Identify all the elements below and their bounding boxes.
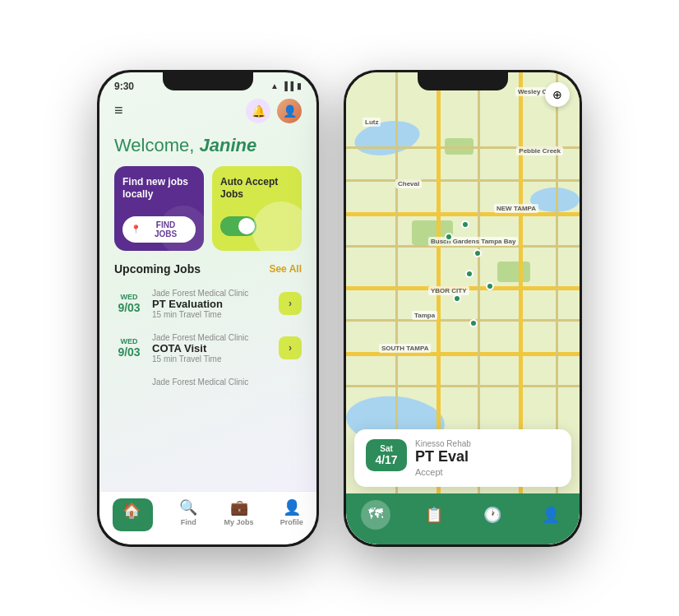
rnav-map[interactable]: 🗺: [361, 500, 390, 530]
map-card-accept[interactable]: Accept: [415, 467, 560, 477]
job-arrow-2[interactable]: ›: [279, 336, 302, 359]
find-icon: 🔍: [179, 498, 197, 516]
job-info-1: Jade Forest Medical Clinic PT Evaluation…: [152, 289, 270, 319]
label-newtampa: NEW TAMPA: [494, 204, 538, 213]
auto-accept-card[interactable]: Auto Accept Jobs: [212, 166, 302, 251]
map-pin-5: [453, 294, 461, 303]
find-jobs-title: Find new jobs locally: [122, 176, 196, 201]
myjobs-label: My Jobs: [224, 518, 254, 526]
rnav-map-icon: 🗺: [368, 506, 383, 523]
label-ybor: YBOR CITY: [428, 286, 469, 295]
card-decor: [159, 206, 204, 251]
card-auto-decor: [252, 201, 302, 251]
label-south-tampa: SOUTH TAMPA: [379, 344, 431, 353]
auto-accept-toggle[interactable]: [220, 216, 256, 236]
label-pebble: Pebble Creek: [516, 146, 563, 155]
wifi-icon: ▲: [270, 81, 279, 90]
job-num-1: 9/03: [114, 301, 144, 314]
rnav-history[interactable]: 🕐: [478, 500, 507, 530]
label-lutz: Lutz: [363, 118, 381, 127]
avatar-group: 🔔 👤: [246, 99, 302, 123]
job-info-3: Jade Forest Medical Clinic: [152, 377, 302, 387]
welcome-greeting: Welcome,: [114, 135, 200, 155]
map-pin-3: [473, 249, 482, 257]
green-2: [497, 262, 530, 282]
rnav-list[interactable]: 📋: [419, 500, 449, 530]
job-date-2: WED 9/03: [114, 337, 144, 359]
map-pin-4: [465, 270, 473, 278]
road-h5: [346, 385, 580, 387]
job-arrow-1[interactable]: ›: [279, 292, 302, 315]
map-card-job: PT Eval: [415, 448, 560, 465]
cards-row: Find new jobs locally 📍 FIND JOBS Auto A…: [99, 166, 316, 262]
job-name-1: PT Evaluation: [152, 298, 270, 310]
job-clinic-2: Jade Forest Medical Clinic: [152, 333, 270, 342]
map-card-date: Sat 4/17: [366, 439, 407, 471]
myjobs-icon: 💼: [230, 498, 248, 516]
location-button[interactable]: ⊕: [545, 82, 570, 107]
auto-accept-title: Auto Accept Jobs: [220, 176, 293, 201]
map-card-clinic: Kinesso Rehab: [415, 439, 560, 448]
label-tampa: Tampa: [412, 311, 437, 320]
map-card-num: 4/17: [372, 453, 400, 466]
nav-profile[interactable]: 👤 Profile: [280, 498, 303, 531]
see-all-link[interactable]: See All: [269, 263, 302, 275]
job-travel-1: 15 min Travel Time: [152, 310, 270, 319]
notification-avatar[interactable]: 🔔: [246, 99, 270, 123]
map-area: Wesley C... Lutz Pebble Creek Cheval NEW…: [346, 72, 580, 544]
battery-icon: ▮: [297, 81, 302, 90]
right-bottom-nav: 🗺 📋 🕐 👤: [346, 493, 580, 544]
job-item-3[interactable]: Jade Forest Medical Clinic: [99, 371, 316, 394]
nav-myjobs[interactable]: 💼 My Jobs: [224, 498, 254, 531]
job-clinic-3: Jade Forest Medical Clinic: [152, 377, 302, 387]
job-day-1: WED: [114, 293, 144, 301]
map-pin-central: [469, 319, 478, 327]
job-item-1[interactable]: WED 9/03 Jade Forest Medical Clinic PT E…: [99, 282, 316, 327]
job-info-2: Jade Forest Medical Clinic COTA Visit 15…: [152, 333, 270, 364]
status-time: 9:30: [114, 81, 134, 92]
location-icon: 📍: [131, 225, 141, 234]
road-h4: [346, 319, 580, 322]
job-num-2: 9/03: [114, 345, 144, 359]
upcoming-header: Upcoming Jobs See All: [99, 262, 316, 282]
rnav-profile[interactable]: 👤: [536, 500, 566, 530]
find-jobs-card[interactable]: Find new jobs locally 📍 FIND JOBS: [114, 166, 204, 251]
rnav-history-icon: 🕐: [483, 506, 501, 524]
left-phone: 9:30 ▲ ▐▐ ▮ ≡ 🔔 👤 Welcome, Janine: [97, 70, 319, 547]
welcome-text: Welcome, Janine: [114, 135, 302, 156]
road-major-h1: [346, 212, 580, 216]
nav-find[interactable]: 🔍 Find: [179, 498, 197, 531]
label-busch: Busch Gardens Tampa Bay: [428, 237, 518, 246]
status-icons: ▲ ▐▐ ▮: [270, 81, 302, 90]
user-avatar[interactable]: 👤: [277, 99, 302, 123]
right-phone-notch: [418, 72, 508, 90]
map-card-day: Sat: [372, 444, 400, 453]
nav-bar: ≡ 🔔 👤: [99, 95, 316, 128]
profile-label: Profile: [280, 518, 303, 526]
scene: 9:30 ▲ ▐▐ ▮ ≡ 🔔 👤 Welcome, Janine: [0, 0, 679, 616]
job-travel-2: 15 min Travel Time: [152, 354, 270, 364]
map-card[interactable]: Sat 4/17 Kinesso Rehab PT Eval Accept: [354, 429, 571, 487]
bottom-nav: 🏠 Home 🔍 Find 💼 My Jobs 👤 Profile: [99, 491, 316, 544]
rnav-list-icon: 📋: [425, 506, 443, 524]
upcoming-label: Upcoming Jobs: [114, 262, 201, 276]
road-h2: [346, 179, 580, 182]
find-label: Find: [181, 518, 196, 526]
map-pin-1: [461, 220, 469, 229]
job-clinic-1: Jade Forest Medical Clinic: [152, 289, 270, 298]
label-odessa: Cheval: [395, 179, 422, 188]
map-card-info: Kinesso Rehab PT Eval Accept: [415, 439, 560, 477]
job-item-2[interactable]: WED 9/03 Jade Forest Medical Clinic COTA…: [99, 327, 316, 371]
job-day-2: WED: [114, 337, 144, 345]
nav-home[interactable]: 🏠 Home: [113, 498, 153, 531]
home-icon: 🏠: [122, 502, 143, 520]
job-date-1: WED 9/03: [114, 293, 144, 314]
hamburger-icon[interactable]: ≡: [114, 102, 123, 119]
home-label: Home: [122, 520, 143, 528]
profile-icon: 👤: [283, 498, 301, 516]
rnav-profile-icon: 👤: [542, 506, 560, 524]
phone-notch: [163, 72, 253, 90]
right-phone: Wesley C... Lutz Pebble Creek Cheval NEW…: [344, 70, 582, 547]
map-pin-2: [445, 233, 453, 241]
welcome-section: Welcome, Janine: [99, 128, 316, 166]
